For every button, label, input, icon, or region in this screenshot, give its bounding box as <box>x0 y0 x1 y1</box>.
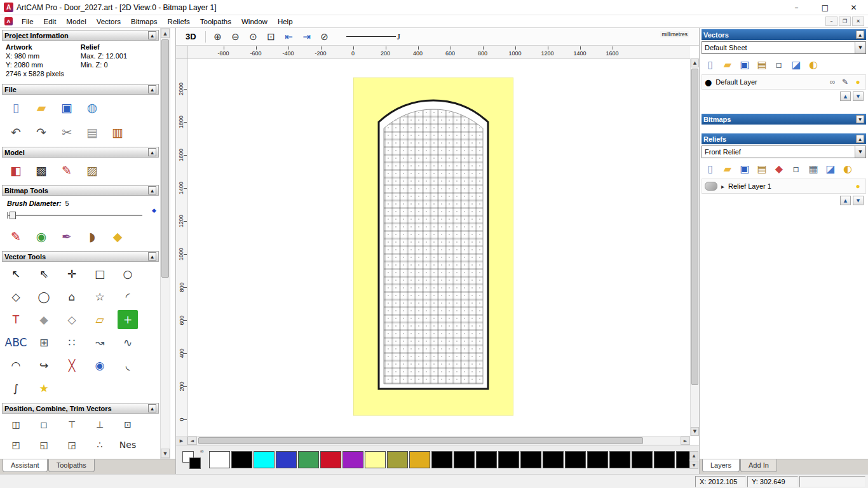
new-vector-layer-icon[interactable]: ▫ <box>771 57 787 72</box>
create-text-icon[interactable]: T <box>6 310 26 329</box>
weld-vectors-icon[interactable]: ◰ <box>6 437 26 453</box>
save-model-icon[interactable]: ▣ <box>57 98 77 117</box>
create-polygon-icon[interactable]: ⌂ <box>62 287 82 306</box>
new-relief-icon[interactable]: ▯ <box>703 161 718 177</box>
collapse-icon[interactable]: ▲ <box>148 148 156 156</box>
scrollbar-thumb[interactable] <box>198 437 643 444</box>
zoom-in-icon[interactable]: ⊕ <box>210 30 226 44</box>
zoom-objects-icon[interactable]: ⊙ <box>246 30 261 44</box>
door-lattice[interactable] <box>384 109 483 384</box>
open-vectors-icon[interactable]: ▰ <box>720 57 735 72</box>
menu-item[interactable]: Model <box>61 17 91 27</box>
menu-item[interactable]: Window <box>236 17 273 27</box>
paste-icon[interactable]: ▥ <box>107 123 128 142</box>
layer-name[interactable]: Relief Layer 1 <box>728 182 849 190</box>
section-profile-icon[interactable]: ∫ <box>6 379 26 398</box>
copy-icon[interactable]: ▤ <box>82 123 102 142</box>
create-rectangle-icon[interactable]: □ <box>90 264 110 283</box>
colour-swatch[interactable] <box>543 451 564 468</box>
scrollbar-track[interactable] <box>691 67 699 427</box>
scroll-up-icon[interactable]: ▲ <box>161 29 170 38</box>
create-ellipse-icon[interactable]: ◯ <box>34 287 54 306</box>
paint-selective-icon[interactable]: ◉ <box>31 227 51 246</box>
colour-swatch[interactable] <box>409 451 430 468</box>
offset-vectors-icon[interactable]: ◇ <box>62 310 82 329</box>
scroll-right-icon[interactable]: ► <box>681 437 690 445</box>
collapse-icon[interactable]: ▲ <box>856 135 864 143</box>
scroll-left-icon[interactable]: ◄ <box>187 437 197 445</box>
colour-swatch[interactable] <box>476 451 497 468</box>
menu-item[interactable]: Help <box>273 17 298 27</box>
delete-vector-layer-icon[interactable]: ◪ <box>789 57 804 72</box>
relief-shape-icon[interactable]: ◆ <box>771 161 787 177</box>
zoom-box-icon[interactable]: ⊡ <box>264 30 279 44</box>
tab-add-in[interactable]: Add In <box>740 459 777 472</box>
node-editing-icon[interactable]: ⇖ <box>34 264 54 283</box>
colour-picker-icon[interactable]: ◗ <box>82 227 102 246</box>
menu-item[interactable]: File <box>17 17 39 27</box>
interactive-lens-icon[interactable]: ◉ <box>90 356 110 375</box>
relief-grayscale-icon[interactable]: ▦ <box>806 161 821 177</box>
align-centers-icon[interactable]: ⊡ <box>118 416 138 433</box>
menu-item[interactable]: Reliefs <box>163 17 195 27</box>
scroll-down-icon[interactable]: ▼ <box>161 449 170 458</box>
new-relief-layer-icon[interactable]: ▫ <box>789 161 804 177</box>
drawing-canvas[interactable] <box>187 58 690 436</box>
mdi-restore-button[interactable]: ❐ <box>839 17 851 26</box>
canvas-horizontal-scrollbar[interactable]: ▶ ◄ ► <box>176 436 690 445</box>
import-vectors-icon[interactable]: ▤ <box>754 57 770 72</box>
link-colours-icon[interactable]: ∞ <box>200 449 204 454</box>
subtract-vectors-icon[interactable]: ◱ <box>34 437 54 453</box>
save-vectors-icon[interactable]: ▣ <box>737 57 752 72</box>
tab-layers[interactable]: Layers <box>702 459 740 472</box>
door-design[interactable] <box>353 78 513 416</box>
colour-swatch[interactable] <box>320 451 341 468</box>
colour-swatch[interactable] <box>431 451 452 468</box>
view-3d-button[interactable]: 3D <box>181 30 201 43</box>
menu-item[interactable]: Bitmaps <box>126 17 163 27</box>
sheet-selector[interactable]: Default Sheet ▼ <box>702 41 866 54</box>
scroll-down-icon[interactable]: ▼ <box>689 461 698 469</box>
select-vectors-icon[interactable]: ↖ <box>6 264 26 283</box>
set-model-size-icon[interactable]: ◧ <box>6 161 26 180</box>
colour-swatch[interactable] <box>387 451 408 468</box>
model-lighting-icon[interactable]: ▩ <box>31 161 51 180</box>
move-layer-up-icon[interactable]: ▲ <box>840 196 851 205</box>
create-arc-icon[interactable]: ◜ <box>118 287 138 306</box>
move-layer-down-icon[interactable]: ▼ <box>853 196 864 205</box>
colour-swatch[interactable] <box>676 451 689 468</box>
collapse-icon[interactable]: ▲ <box>148 85 156 93</box>
scatter-copies-icon[interactable]: ∴ <box>90 437 110 453</box>
fillet-icon[interactable]: ◟ <box>118 356 138 375</box>
create-star-icon[interactable]: ☆ <box>90 287 110 306</box>
colour-swatch[interactable] <box>498 451 519 468</box>
align-objects-icon[interactable]: ◻ <box>34 416 54 433</box>
undo-icon[interactable]: ↶ <box>6 123 26 142</box>
text-on-curve-icon[interactable]: ABC <box>6 333 26 352</box>
layer-colour-swatch[interactable]: ● <box>705 78 712 86</box>
export-model-icon[interactable]: ◍ <box>82 98 102 117</box>
menu-item[interactable]: Toolpaths <box>195 17 236 27</box>
redo-icon[interactable]: ↷ <box>31 123 51 142</box>
open-model-icon[interactable]: ▰ <box>31 98 51 117</box>
menu-item[interactable]: Vectors <box>92 17 126 27</box>
transform-vectors-icon[interactable]: ✛ <box>62 264 82 283</box>
chevron-down-icon[interactable]: ▼ <box>855 146 865 158</box>
vector-layer-row[interactable]: ● Default Layer ∞✎● <box>702 74 866 90</box>
expander-icon[interactable]: ▸ <box>721 183 724 190</box>
slice-vectors-icon[interactable]: ◲ <box>62 437 82 453</box>
zoom-out-icon[interactable]: ⊖ <box>228 30 243 44</box>
colour-swatch[interactable] <box>342 451 363 468</box>
relief-selector[interactable]: Front Relief ▼ <box>702 146 866 158</box>
create-star-shape-icon[interactable]: ★ <box>34 379 54 398</box>
block-copy-icon[interactable]: ∷ <box>62 333 82 352</box>
align-bottom-icon[interactable]: ⊥ <box>90 416 110 433</box>
flood-fill-icon[interactable]: ◆ <box>107 227 128 246</box>
relief-visibility-icon[interactable]: ● <box>853 181 863 191</box>
slider-thumb[interactable] <box>10 212 16 219</box>
import-relief-icon[interactable]: ▤ <box>754 161 770 177</box>
measure-tool-icon[interactable]: ▱ <box>90 310 110 329</box>
cut-icon[interactable]: ✂ <box>57 123 77 142</box>
colour-swatch[interactable] <box>276 451 297 468</box>
save-relief-icon[interactable]: ▣ <box>737 161 752 177</box>
